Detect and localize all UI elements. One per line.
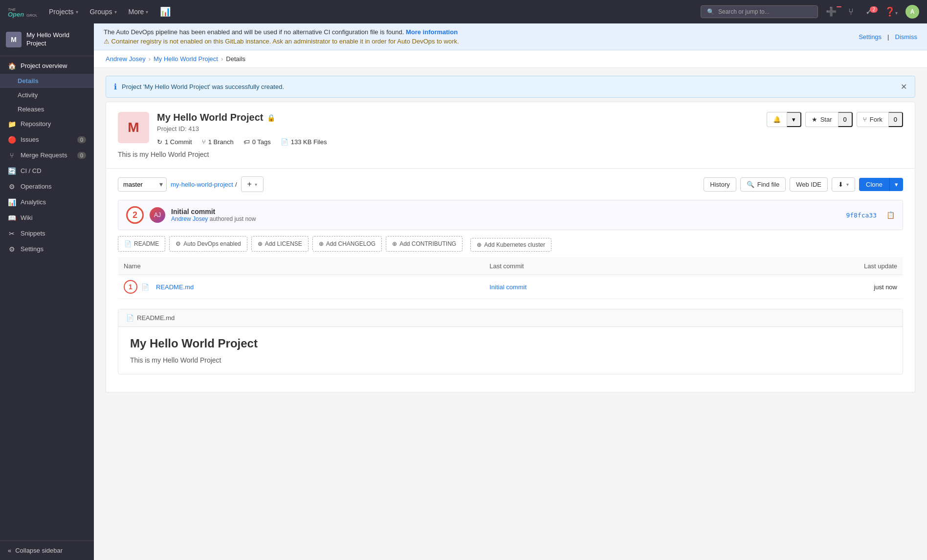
- repository-icon: 📁: [8, 120, 16, 128]
- sidebar-item-settings[interactable]: ⚙ Settings: [0, 241, 94, 257]
- merge-requests-icon[interactable]: ⑂: [844, 5, 858, 19]
- breadcrumb-project-link[interactable]: My Hello World Project: [154, 55, 218, 63]
- collapse-sidebar-button[interactable]: « Collapse sidebar: [0, 540, 94, 560]
- devops-main-message: The Auto DevOps pipeline has been enable…: [104, 28, 859, 36]
- fork-button[interactable]: ⑂ Fork: [857, 112, 888, 127]
- project-header: M My Hello World Project 🔒 Project ID: 4…: [106, 102, 915, 169]
- sidebar-project-name: My Hello World Project: [26, 31, 88, 48]
- notifications-button[interactable]: 🔔: [767, 112, 787, 127]
- devops-settings-link[interactable]: Settings: [859, 33, 882, 41]
- nav-projects[interactable]: Projects ▾: [45, 6, 82, 18]
- commit-author-link[interactable]: Andrew Josey: [171, 215, 208, 222]
- sidebar-item-snippets[interactable]: ✂ Snippets: [0, 226, 94, 241]
- star-count[interactable]: 0: [838, 112, 853, 127]
- issues-label: Issues: [21, 136, 39, 143]
- project-description: This is my Hello World Project: [118, 151, 903, 158]
- file-commit-link[interactable]: Initial commit: [489, 283, 527, 291]
- nav-more[interactable]: More ▾: [125, 6, 153, 18]
- add-changelog-button[interactable]: ⊕ Add CHANGELOG: [312, 236, 382, 252]
- notifications-action: 🔔 ▾: [767, 112, 801, 127]
- commits-stat[interactable]: ↻ 1 Commit: [157, 138, 192, 146]
- sidebar-item-analytics[interactable]: 📊 Analytics: [0, 194, 94, 210]
- k8s-icon: ⊕: [477, 241, 482, 248]
- issues-icon: 🔴: [8, 136, 16, 144]
- star-action: ★ Star 0: [805, 112, 853, 127]
- find-file-button[interactable]: 🔍 Find file: [740, 177, 786, 192]
- sidebar-item-releases[interactable]: Releases: [0, 102, 94, 116]
- sidebar-item-project-overview[interactable]: 🏠 Project overview: [0, 56, 94, 74]
- readme-content: My Hello World Project This is my Hello …: [118, 327, 903, 374]
- settings-label: Settings: [21, 245, 44, 253]
- tags-stat[interactable]: 🏷 0 Tags: [243, 138, 271, 146]
- devops-banner: The Auto DevOps pipeline has been enable…: [94, 23, 927, 50]
- todos-icon[interactable]: ✓ 2: [861, 4, 877, 19]
- file-name-cell: 1 📄 README.md: [118, 275, 484, 299]
- branch-icon: ⑂: [202, 138, 206, 146]
- devops-banner-text: The Auto DevOps pipeline has been enable…: [104, 28, 859, 45]
- file-table: Name Last commit Last update 1 📄: [118, 258, 903, 299]
- fork-count[interactable]: 0: [888, 112, 903, 127]
- step-2-circle: 2: [126, 206, 144, 224]
- add-contributing-button[interactable]: ⊕ Add CONTRIBUTING: [386, 236, 463, 252]
- collapse-icon: «: [8, 547, 11, 554]
- commit-hash[interactable]: 9f8fca33: [846, 212, 877, 219]
- repo-path-link[interactable]: my-hello-world-project: [171, 181, 233, 188]
- sidebar-project[interactable]: M My Hello World Project: [0, 23, 94, 56]
- activity-icon[interactable]: 📊: [156, 4, 175, 19]
- search-box[interactable]: 🔍 Search or jump to...: [701, 5, 818, 18]
- contributing-icon: ⊕: [392, 240, 397, 247]
- user-avatar[interactable]: A: [905, 5, 919, 19]
- add-k8s-button[interactable]: ⊕ Add Kubernetes cluster: [470, 238, 552, 252]
- sidebar-item-issues[interactable]: 🔴 Issues 0: [0, 132, 94, 148]
- web-ide-button[interactable]: Web IDE: [790, 177, 828, 192]
- breadcrumb: Andrew Josey › My Hello World Project › …: [94, 50, 927, 68]
- add-file-button[interactable]: +▾: [241, 176, 264, 192]
- sidebar-item-merge-requests[interactable]: ⑂ Merge Requests 0: [0, 148, 94, 163]
- autodevops-button[interactable]: ⚙ Auto DevOps enabled: [169, 236, 247, 252]
- sidebar-item-activity[interactable]: Activity: [0, 88, 94, 102]
- autodevops-icon: ⚙: [176, 240, 181, 247]
- file-name-link[interactable]: README.md: [156, 283, 194, 291]
- wiki-label: Wiki: [21, 214, 33, 221]
- commit-row: 2 AJ Initial commit Andrew Josey authore…: [118, 200, 903, 230]
- add-license-button[interactable]: ⊕ Add LICENSE: [251, 236, 309, 252]
- sidebar-item-wiki[interactable]: 📖 Wiki: [0, 210, 94, 226]
- bell-icon: 🔔: [773, 116, 781, 123]
- copy-commit-button[interactable]: 📋: [886, 211, 895, 219]
- files-stat[interactable]: 📄 133 KB Files: [281, 138, 327, 146]
- file-commit-cell: Initial commit: [484, 275, 702, 299]
- project-name: My Hello World Project: [157, 112, 263, 123]
- help-icon[interactable]: ❓▾: [881, 4, 902, 19]
- sidebar-item-details[interactable]: Details: [0, 74, 94, 88]
- logo[interactable]: THE Open GROUP: [8, 5, 37, 19]
- success-close-button[interactable]: ✕: [901, 82, 907, 91]
- readme-button[interactable]: 📄 README: [118, 236, 165, 252]
- breadcrumb-user-link[interactable]: Andrew Josey: [106, 55, 146, 63]
- search-icon: 🔍: [747, 181, 754, 188]
- star-button[interactable]: ★ Star: [805, 112, 838, 127]
- project-avatar-large: M: [118, 112, 149, 143]
- svg-text:Open: Open: [8, 11, 24, 18]
- info-icon: ℹ: [114, 82, 117, 91]
- notifications-dropdown[interactable]: ▾: [787, 112, 801, 127]
- clone-button[interactable]: Clone: [859, 178, 889, 191]
- history-button[interactable]: History: [704, 177, 736, 192]
- download-button[interactable]: ⬇▾: [832, 177, 855, 192]
- chevron-down-icon: ▾: [146, 9, 148, 15]
- operations-label: Operations: [21, 183, 52, 190]
- branch-select[interactable]: master: [118, 177, 167, 192]
- sidebar-item-ci-cd[interactable]: 🔄 CI / CD: [0, 163, 94, 179]
- clone-dropdown[interactable]: ▾: [889, 178, 903, 191]
- devops-dismiss-link[interactable]: Dismiss: [895, 33, 918, 41]
- devops-banner-actions: Settings | Dismiss: [859, 33, 917, 41]
- branches-stat[interactable]: ⑂ 1 Branch: [202, 138, 234, 146]
- releases-label: Releases: [18, 106, 44, 113]
- star-icon: ★: [812, 116, 817, 123]
- nav-groups[interactable]: Groups ▾: [86, 6, 121, 18]
- sidebar-item-repository[interactable]: 📁 Repository: [0, 116, 94, 132]
- add-button[interactable]: ➕: [822, 4, 840, 19]
- devops-more-info-link[interactable]: More information: [406, 28, 458, 36]
- sidebar-item-operations[interactable]: ⚙ Operations: [0, 179, 94, 194]
- project-overview-icon: 🏠: [8, 62, 16, 70]
- ci-cd-label: CI / CD: [21, 167, 42, 174]
